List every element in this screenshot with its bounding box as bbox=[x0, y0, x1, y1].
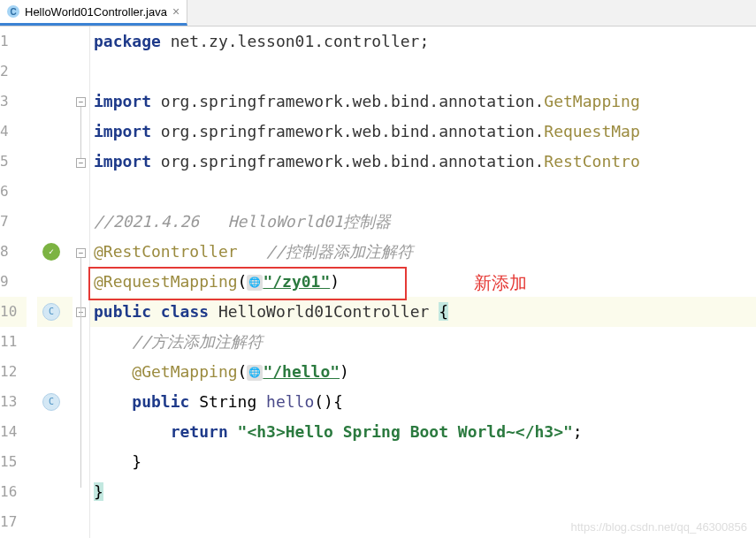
web-icon[interactable]: 🌐 bbox=[247, 275, 263, 291]
fold-toggle[interactable]: − bbox=[76, 248, 86, 258]
code-editor[interactable]: 1 2 3 4 5 6 7 8 9 10 11 12 13 14 15 16 1… bbox=[0, 27, 756, 538]
line-number: 12 bbox=[0, 357, 27, 387]
line-number: 9 bbox=[0, 267, 27, 297]
line-number: 3 bbox=[0, 87, 27, 117]
editor-tab[interactable]: C HelloWorld01Controller.java × bbox=[0, 0, 187, 26]
run-class-icon[interactable]: C bbox=[42, 303, 60, 321]
line-number: 11 bbox=[0, 327, 27, 357]
code-content[interactable]: package net.zy.lesson01.controller; impo… bbox=[90, 27, 756, 538]
line-number: 17 bbox=[0, 507, 27, 537]
spring-bean-icon[interactable]: ✓ bbox=[42, 243, 60, 261]
watermark: https://blog.csdn.net/qq_46300856 bbox=[571, 520, 748, 534]
line-number: 1 bbox=[0, 27, 27, 57]
fold-gutter: − − − − bbox=[73, 27, 90, 538]
fold-toggle[interactable]: − bbox=[76, 97, 86, 107]
close-icon[interactable]: × bbox=[172, 4, 179, 19]
line-number: 15 bbox=[0, 447, 27, 477]
line-number: 10 bbox=[0, 297, 27, 327]
java-class-icon: C bbox=[7, 5, 19, 18]
line-number: 7 bbox=[0, 207, 27, 237]
line-number: 16 bbox=[0, 477, 27, 507]
fold-toggle[interactable]: − bbox=[76, 158, 86, 168]
line-number: 4 bbox=[0, 117, 27, 147]
annotation-label: 新添加 bbox=[474, 271, 527, 295]
web-icon[interactable]: 🌐 bbox=[247, 365, 263, 381]
line-number: 2 bbox=[0, 57, 27, 87]
tab-bar: C HelloWorld01Controller.java × bbox=[0, 0, 756, 27]
tab-filename: HelloWorld01Controller.java bbox=[25, 5, 167, 19]
line-number: 5 bbox=[0, 147, 27, 177]
icon-gutter: ✓ C C bbox=[37, 27, 73, 538]
line-number: 8 bbox=[0, 237, 27, 267]
line-number: 6 bbox=[0, 177, 27, 207]
line-number-gutter: 1 2 3 4 5 6 7 8 9 10 11 12 13 14 15 16 1… bbox=[0, 27, 37, 538]
run-method-icon[interactable]: C bbox=[42, 393, 60, 411]
line-number: 14 bbox=[0, 417, 27, 447]
line-number: 13 bbox=[0, 387, 27, 417]
